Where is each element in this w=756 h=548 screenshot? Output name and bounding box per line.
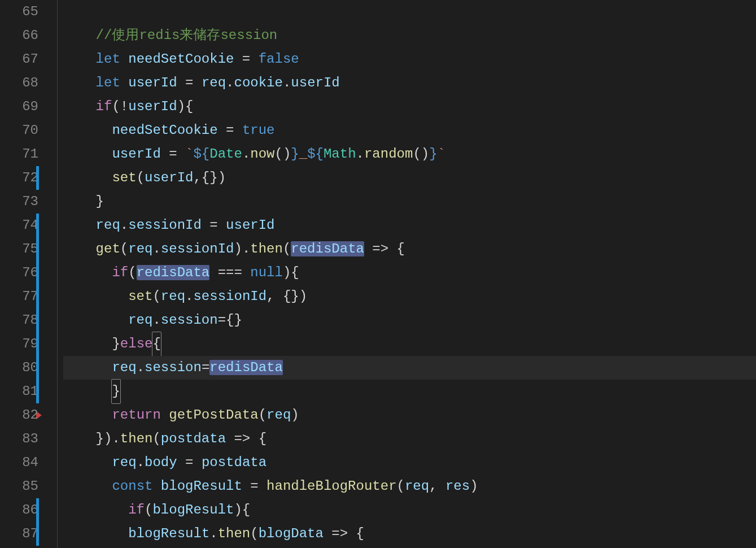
line-number[interactable]: 85: [0, 475, 38, 498]
code-line[interactable]: }: [63, 190, 756, 214]
code-line[interactable]: if(blogResult){: [63, 498, 756, 522]
modified-indicator: [36, 261, 39, 285]
modified-indicator: [36, 214, 39, 237]
modified-indicator: [36, 522, 39, 546]
code-line[interactable]: [63, 0, 756, 24]
line-number[interactable]: 71: [0, 142, 38, 166]
line-number[interactable]: 67: [0, 47, 38, 71]
modified-indicator: [36, 166, 39, 190]
line-number[interactable]: 72: [0, 166, 38, 190]
modified-indicator: [36, 332, 39, 356]
modified-indicator: [36, 498, 39, 522]
indent-ruler: [51, 0, 63, 548]
line-number[interactable]: 84: [0, 451, 38, 475]
code-line[interactable]: get(req.sessionId).then(redisData => {: [63, 237, 756, 261]
code-line[interactable]: set(req.sessionId, {}): [63, 285, 756, 308]
line-number[interactable]: 82: [0, 403, 38, 427]
line-number[interactable]: 75: [0, 237, 38, 261]
line-number[interactable]: 69: [0, 95, 38, 119]
line-number[interactable]: 65: [0, 0, 38, 24]
highlighted-word: redisData: [291, 241, 364, 256]
code-line[interactable]: }else{: [63, 332, 756, 356]
code-line[interactable]: let needSetCookie = false: [63, 47, 756, 71]
code-line[interactable]: let userId = req.cookie.userId: [63, 71, 756, 95]
line-number[interactable]: 70: [0, 119, 38, 142]
code-line[interactable]: userId = `${Date.now()}_${Math.random()}…: [63, 142, 756, 166]
modified-indicator: [36, 308, 39, 332]
comment-text: //使用redis来储存session: [96, 28, 278, 43]
code-line[interactable]: blogResult.then(blogData => {: [63, 522, 756, 546]
line-number[interactable]: 66: [0, 24, 38, 47]
code-line[interactable]: const blogResult = handleBlogRouter(req,…: [63, 475, 756, 498]
line-number[interactable]: 68: [0, 71, 38, 95]
code-line[interactable]: needSetCookie = true: [63, 119, 756, 142]
line-number[interactable]: 76: [0, 261, 38, 285]
line-number[interactable]: 87: [0, 522, 38, 546]
code-line[interactable]: req.sessionId = userId: [63, 214, 756, 237]
modified-indicator: [36, 285, 39, 308]
code-line[interactable]: }).then(postdata => {: [63, 427, 756, 451]
line-number[interactable]: 83: [0, 427, 38, 451]
bracket-match: }: [111, 379, 120, 404]
code-content[interactable]: //使用redis来储存session let needSetCookie = …: [63, 0, 756, 548]
modified-indicator: [36, 380, 39, 403]
bracket-match: {: [152, 332, 161, 356]
code-editor[interactable]: 65 66 67 68 69 70 71 72 73 74 75 76 77 7…: [0, 0, 756, 548]
line-number[interactable]: 80: [0, 356, 38, 380]
modified-indicator: [36, 356, 39, 380]
code-line[interactable]: if(redisData === null){: [63, 261, 756, 285]
line-number[interactable]: 79: [0, 332, 38, 356]
line-number[interactable]: 78: [0, 308, 38, 332]
line-number[interactable]: 86: [0, 498, 38, 522]
line-number[interactable]: 81: [0, 380, 38, 403]
code-line[interactable]: if(!userId){: [63, 95, 756, 119]
code-line[interactable]: return getPostData(req): [63, 403, 756, 427]
code-line[interactable]: req.body = postdata: [63, 451, 756, 475]
code-line-current[interactable]: req.session=redisData: [63, 356, 756, 380]
code-line[interactable]: req.session={}: [63, 308, 756, 332]
code-line[interactable]: set(userId,{}): [63, 166, 756, 190]
highlighted-word: redisData: [209, 360, 283, 375]
line-number[interactable]: 73: [0, 190, 38, 214]
highlighted-word: redisData: [137, 265, 210, 280]
line-gutter[interactable]: 65 66 67 68 69 70 71 72 73 74 75 76 77 7…: [0, 0, 51, 548]
code-line[interactable]: //使用redis来储存session: [63, 24, 756, 47]
line-number[interactable]: 77: [0, 285, 38, 308]
modified-indicator: [36, 237, 39, 261]
code-line[interactable]: }: [63, 380, 756, 403]
line-number[interactable]: 74: [0, 214, 38, 237]
